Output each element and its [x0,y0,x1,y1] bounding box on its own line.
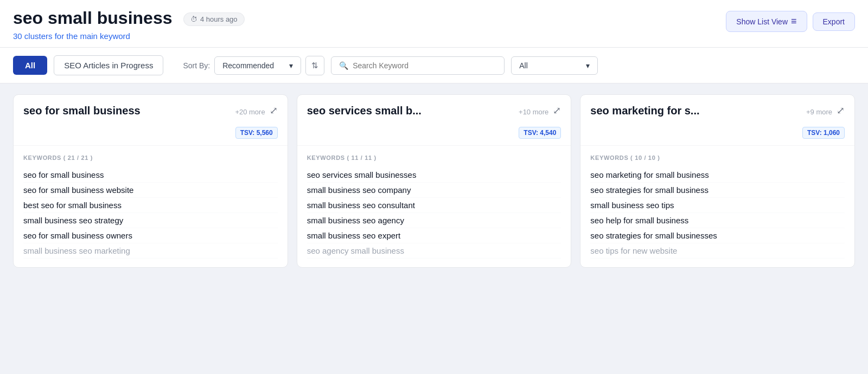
export-label: Export [823,17,845,26]
filter-dropdown[interactable]: All [511,56,598,75]
search-input-wrap: 🔍 [331,56,505,75]
keyword-item: seo strategies for small businesses [590,228,845,243]
card-header: seo for small business +20 more TSV: 5,5… [14,95,288,146]
keyword-item: small business seo agency [307,213,561,228]
sort-lines-icon: ⇅ [311,61,318,70]
keyword-item: small business seo expert [307,228,561,243]
tsv-row: TSV: 4,540 [307,121,561,139]
card-header: seo services small b... +10 more TSV: 4,… [297,95,571,146]
search-input[interactable] [353,61,496,70]
filter-bar: All SEO Articles in Progress Sort By: Re… [0,48,868,83]
cluster-card-2: seo services small b... +10 more TSV: 4,… [297,94,572,268]
card-title-row: seo services small b... +10 more [307,105,561,117]
chevron-down-icon [289,61,293,70]
cluster-card-3: seo marketing for s... +9 more TSV: 1,06… [580,94,855,268]
more-badge: +9 more [806,108,832,116]
keywords-header: KEYWORDS ( 21 / 21 ) [23,154,278,161]
keywords-header: KEYWORDS ( 11 / 11 ) [307,154,561,161]
keyword-item: seo for small business [23,167,278,183]
expand-icon[interactable] [837,105,845,117]
keyword-item: best seo for small business [23,198,278,213]
list-view-icon [791,16,797,27]
export-button[interactable]: Export [813,12,855,31]
card-header: seo marketing for s... +9 more TSV: 1,06… [580,95,854,146]
top-header: seo small business ⏱ 4 hours ago 30 clus… [0,0,868,48]
card-title-row: seo marketing for s... +9 more [590,105,845,117]
card-title: seo services small b... [307,105,516,117]
keywords-header: KEYWORDS ( 10 / 10 ) [590,154,845,161]
more-badge: +10 more [519,108,548,116]
keyword-item: small business seo company [307,183,561,198]
card-title: seo for small business [23,105,233,117]
keyword-item: small business seo strategy [23,213,278,228]
expand-icon[interactable] [270,105,278,117]
tsv-row: TSV: 5,560 [23,121,278,139]
keyword-item: seo services small businesses [307,167,561,183]
keyword-item: seo strategies for small business [590,183,845,198]
cards-container: seo for small business +20 more TSV: 5,5… [0,83,868,279]
card-title-group: seo marketing for s... +9 more [590,105,832,117]
page-title: seo small business [13,8,172,28]
sort-section: Sort By: Recommended ⇅ [183,56,324,75]
keyword-item: seo for small business owners [23,228,278,243]
sort-value: Recommended [222,61,274,70]
card-body: KEYWORDS ( 10 / 10 ) seo marketing for s… [580,146,854,267]
sort-order-button[interactable]: ⇅ [305,56,324,75]
sort-dropdown[interactable]: Recommended [214,56,301,75]
cluster-card-1: seo for small business +20 more TSV: 5,5… [13,94,288,268]
clock-icon: ⏱ [190,15,197,23]
card-title-row: seo for small business +20 more [23,105,278,117]
tsv-badge: TSV: 1,060 [802,127,845,139]
search-icon: 🔍 [339,61,348,70]
card-title-group: seo services small b... +10 more [307,105,549,117]
tab-articles-in-progress[interactable]: SEO Articles in Progress [54,55,163,75]
keyword-item: seo agency small business [307,243,561,259]
expand-icon[interactable] [553,105,561,117]
header-actions: Show List View Export [726,11,855,32]
header-left: seo small business ⏱ 4 hours ago 30 clus… [13,9,245,41]
more-badge: +20 more [235,108,265,116]
keyword-item: seo marketing for small business [590,167,845,183]
list-view-label: Show List View [736,17,788,26]
keyword-item: small business seo consultant [307,198,561,213]
page-subtitle: 30 clusters for the main keyword [13,31,245,41]
card-body: KEYWORDS ( 11 / 11 ) seo services small … [297,146,571,267]
timestamp-text: 4 hours ago [200,15,238,23]
tsv-badge: TSV: 4,540 [519,127,561,139]
filter-value: All [519,61,528,70]
timestamp-badge: ⏱ 4 hours ago [183,12,245,26]
card-body: KEYWORDS ( 21 / 21 ) seo for small busin… [14,146,288,267]
tab-all[interactable]: All [13,56,47,75]
filter-chevron-icon [586,61,590,70]
keyword-item: seo help for small business [590,213,845,228]
keyword-item: small business seo tips [590,198,845,213]
keyword-item: seo for small business website [23,183,278,198]
card-title: seo marketing for s... [590,105,804,117]
keyword-item: small business seo marketing [23,243,278,259]
tsv-row: TSV: 1,060 [590,121,845,139]
card-title-group: seo for small business +20 more [23,105,265,117]
list-view-button[interactable]: Show List View [726,11,807,32]
sort-label: Sort By: [183,61,210,70]
tsv-badge: TSV: 5,560 [235,127,278,139]
keyword-item: seo tips for new website [590,243,845,259]
